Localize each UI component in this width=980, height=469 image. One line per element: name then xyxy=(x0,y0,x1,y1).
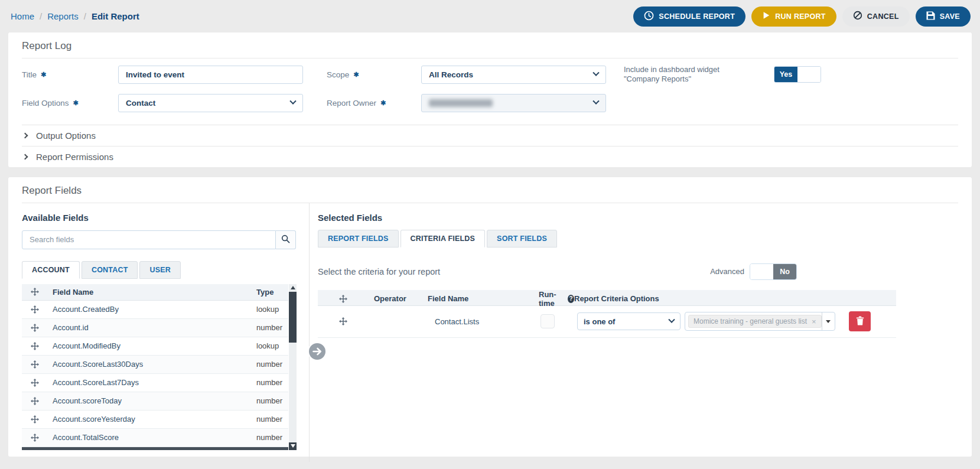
toggle-off-segment[interactable] xyxy=(750,264,773,279)
runtime-checkbox[interactable] xyxy=(541,314,555,328)
delete-criteria-button[interactable] xyxy=(849,311,871,331)
advanced-toggle-group: Advanced No xyxy=(710,263,797,280)
tab-report-fields[interactable]: REPORT FIELDS xyxy=(318,230,399,247)
move-icon[interactable] xyxy=(22,415,48,424)
available-tabs: ACCOUNT CONTACT USER xyxy=(22,261,309,279)
cancel-button[interactable]: CANCEL xyxy=(842,6,910,27)
table-row[interactable]: Account.ModifiedBy lookup xyxy=(22,337,288,356)
table-row[interactable]: Account.ScoreLast7Days number xyxy=(22,374,288,392)
table-row[interactable]: Account.ScoreLast30Days number xyxy=(22,356,288,374)
report-fields-title: Report Fields xyxy=(22,185,958,197)
move-icon[interactable] xyxy=(22,305,48,314)
scope-label-text: Scope xyxy=(327,70,349,79)
table-row[interactable]: Account.CreatedBy lookup xyxy=(22,301,288,319)
tab-criteria-fields[interactable]: CRITERIA FIELDS xyxy=(401,230,485,247)
available-fields-panel: Available Fields ACCOUNT CONTACT USER Fi… xyxy=(8,203,309,462)
toggle-off-segment[interactable] xyxy=(797,67,821,82)
breadcrumb-home[interactable]: Home xyxy=(11,11,34,21)
field-type: lookup xyxy=(248,305,288,314)
move-fields-button[interactable] xyxy=(308,342,327,361)
criteria-value-multiselect[interactable]: Momice training - general guests list × xyxy=(685,312,835,331)
field-name: Account.ScoreLast7Days xyxy=(48,378,248,387)
runtime-cell xyxy=(529,314,574,328)
toggle-yes-segment[interactable]: Yes xyxy=(774,67,797,82)
breadcrumb-separator: / xyxy=(84,11,86,21)
cancel-icon xyxy=(853,11,862,22)
save-icon xyxy=(926,11,935,22)
column-header-operator: Operator xyxy=(369,294,423,303)
scroll-down-icon[interactable] xyxy=(289,442,297,450)
selected-tabs: REPORT FIELDS CRITERIA FIELDS SORT FIELD… xyxy=(318,230,972,247)
operator-select[interactable]: is one of xyxy=(577,312,681,330)
field-type: number xyxy=(248,396,288,405)
selected-option-label: Momice training - general guests list xyxy=(694,317,807,325)
help-icon[interactable]: ? xyxy=(568,295,574,303)
form-row-2: Field Options ✱ Contact Report Owner ✱ xyxy=(22,94,958,112)
schedule-report-button[interactable]: SCHEDULE REPORT xyxy=(633,6,745,27)
field-type: number xyxy=(248,433,288,442)
tab-contact[interactable]: CONTACT xyxy=(82,261,138,279)
field-name: Account.TotalScore xyxy=(48,433,248,442)
column-header-field-name: Field Name xyxy=(423,294,529,303)
breadcrumb-separator: / xyxy=(40,11,42,21)
save-button[interactable]: SAVE xyxy=(916,6,971,27)
report-permissions-section[interactable]: Report Permissions xyxy=(8,146,972,167)
search-input[interactable] xyxy=(22,230,276,249)
advanced-toggle[interactable]: No xyxy=(750,263,797,280)
output-options-section[interactable]: Output Options xyxy=(8,125,972,146)
report-log-title: Report Log xyxy=(22,40,958,52)
run-report-button[interactable]: RUN REPORT xyxy=(751,6,836,27)
toggle-no-segment[interactable]: No xyxy=(773,264,796,279)
field-options-select[interactable]: Contact xyxy=(118,94,303,112)
move-icon[interactable] xyxy=(318,317,369,325)
search-row xyxy=(22,230,296,249)
table-row[interactable]: Account.id number xyxy=(22,319,288,337)
chevron-right-icon xyxy=(22,132,28,138)
move-icon[interactable] xyxy=(22,324,48,332)
search-button[interactable] xyxy=(276,230,296,249)
chevron-down-icon xyxy=(668,317,675,323)
form-row-1: Title ✱ Scope ✱ All Records Include in d… xyxy=(22,65,958,84)
report-fields-title-row: Report Fields xyxy=(22,177,958,203)
available-fields-table: Field Name Type Account.CreatedBy lookup… xyxy=(22,284,288,450)
scope-select[interactable]: All Records xyxy=(421,66,606,84)
run-report-label: RUN REPORT xyxy=(775,12,826,21)
report-owner-label: Report Owner ✱ xyxy=(327,99,421,108)
save-label: SAVE xyxy=(940,12,960,21)
tab-account[interactable]: ACCOUNT xyxy=(22,261,80,279)
available-fields-heading: Available Fields xyxy=(22,213,309,223)
scroll-up-icon[interactable] xyxy=(289,284,297,292)
arrow-right-circle-icon xyxy=(308,354,327,363)
list-scrollbar[interactable] xyxy=(289,284,297,450)
breadcrumb: Home / Reports / Edit Report xyxy=(11,11,139,21)
move-icon[interactable] xyxy=(22,434,48,442)
action-buttons: SCHEDULE REPORT RUN REPORT CANCEL SAVE xyxy=(633,6,971,27)
required-asterisk-icon: ✱ xyxy=(380,99,386,107)
dashboard-widget-toggle[interactable]: Yes xyxy=(774,66,821,83)
column-header-field-name: Field Name xyxy=(48,288,248,297)
multiselect-caret-button[interactable] xyxy=(822,312,835,330)
move-icon[interactable] xyxy=(22,360,48,369)
breadcrumb-reports[interactable]: Reports xyxy=(47,11,79,21)
scope-select-value: All Records xyxy=(429,70,473,79)
table-row[interactable]: Account.scoreYesterday number xyxy=(22,411,288,429)
report-owner-select[interactable] xyxy=(421,94,606,112)
tab-sort-fields[interactable]: SORT FIELDS xyxy=(487,230,557,247)
table-row[interactable]: Account.scoreToday number xyxy=(22,392,288,411)
table-row[interactable]: Account.TotalScore number xyxy=(22,429,288,447)
title-input[interactable] xyxy=(118,66,303,84)
move-icon[interactable] xyxy=(22,342,48,350)
scrollbar-thumb[interactable] xyxy=(289,292,297,343)
column-header-runtime: Run-time ? xyxy=(529,290,574,308)
cancel-label: CANCEL xyxy=(867,12,899,21)
table-header: Field Name Type xyxy=(22,284,288,301)
move-icon[interactable] xyxy=(22,379,48,387)
column-header-type: Type xyxy=(248,288,288,297)
chevron-down-icon xyxy=(592,70,599,76)
selected-fields-panel: Selected Fields REPORT FIELDS CRITERIA F… xyxy=(309,203,972,462)
criteria-intro-text: Select the criteria for your report xyxy=(318,267,440,276)
field-name: Account.scoreToday xyxy=(48,396,248,405)
remove-tag-icon[interactable]: × xyxy=(812,317,816,326)
move-icon[interactable] xyxy=(22,397,48,405)
tab-user[interactable]: USER xyxy=(139,261,181,279)
